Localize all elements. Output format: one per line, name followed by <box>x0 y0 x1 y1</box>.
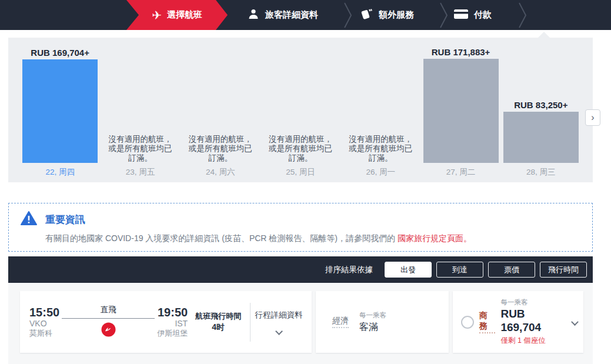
flight-results-list: 15:50 VKO 莫斯科 直飛 19:50 IST 伊斯坦堡 航班飛行時間 4… <box>8 283 593 364</box>
economy-fare-card: 經濟 每一乘客 客滿 <box>316 291 449 353</box>
tab-passenger-details[interactable]: 旅客詳細資料 <box>248 0 318 30</box>
tab-payment[interactable]: 付款 <box>454 0 492 30</box>
itinerary-details-label: 行程詳細資料 <box>255 310 303 320</box>
travel-regulations-link[interactable]: 國家旅行規定頁面 <box>398 233 463 243</box>
step-label: 選擇航班 <box>167 9 202 21</box>
price-day-column-selected[interactable]: RUB 169,704+ 22, 周四 <box>20 38 100 182</box>
per-passenger-label: 每一乘客 <box>359 311 386 320</box>
business-fare-card[interactable]: 商務 每一乘客 RUB 169,704 僅剩 1 個座位 <box>453 291 583 353</box>
tab-select-flight[interactable]: ✈ 選擇航班 <box>126 0 228 30</box>
duration-value: 4时 <box>188 322 249 333</box>
price-day-column[interactable]: RUB 83,250+ 28, 周三 <box>501 38 581 182</box>
no-flight-message: 沒有適用的航班， 或是所有航班均已 訂滿。 <box>108 135 172 163</box>
price-bar[interactable] <box>423 59 499 163</box>
credit-card-icon <box>454 9 468 21</box>
arrival-airport-code: IST <box>175 319 188 329</box>
price-bar-selected[interactable] <box>22 59 98 163</box>
duration-block: 航班飛行時間 4时 <box>188 311 249 333</box>
price-day-column[interactable]: 沒有適用的航班， 或是所有航班均已 訂滿。 25, 周日 <box>261 38 340 182</box>
no-flight-message: 沒有適用的航班， 或是所有航班均已 訂滿。 <box>269 135 332 163</box>
price-calendar-columns: RUB 169,704+ 22, 周四 沒有適用的航班， 或是所有航班均已 訂滿… <box>8 38 593 182</box>
duration-label: 航班飛行時間 <box>188 311 249 321</box>
departure-city: 莫斯科 <box>29 329 59 338</box>
departure-time: 15:50 <box>29 306 59 319</box>
sort-results-bar: 排序結果依據 出發 到達 票價 飛行時間 <box>8 256 593 283</box>
divider <box>250 303 251 342</box>
step-label: 付款 <box>474 9 492 21</box>
calendar-next-button[interactable]: › <box>585 109 600 126</box>
arrival-city: 伊斯坦堡 <box>157 329 188 338</box>
sort-by-arrival-button[interactable]: 到達 <box>436 262 483 278</box>
plane-icon: ✈ <box>152 9 162 21</box>
date-label: 24, 周六 <box>206 167 235 177</box>
sort-label: 排序結果依據 <box>325 265 373 275</box>
step-separator <box>343 2 353 31</box>
itinerary-details-toggle[interactable]: 行程詳細資料 <box>254 310 303 334</box>
price-day-column[interactable]: 沒有適用的航班， 或是所有航班均已 訂滿。 23, 周五 <box>100 38 180 182</box>
flight-info-card: 15:50 VKO 莫斯科 直飛 19:50 IST 伊斯坦堡 航班飛行時間 4… <box>20 291 312 353</box>
date-label: 27, 周二 <box>446 167 476 177</box>
date-label: 22, 周四 <box>45 167 75 177</box>
info-body: 有關目的地國家 COVID-19 入境要求的詳細資訊 (疫苗、PCR 檢測報告、… <box>45 233 580 244</box>
route-block: 直飛 <box>62 305 155 339</box>
per-passenger-label: 每一乘客 <box>500 298 567 307</box>
date-label: 28, 周三 <box>526 167 556 177</box>
important-info-box: 重要資訊 有關目的地國家 COVID-19 入境要求的詳細資訊 (疫苗、PCR … <box>8 203 593 252</box>
step-label: 旅客詳細資料 <box>265 9 318 21</box>
business-fare-radio[interactable] <box>461 316 474 329</box>
price-day-column[interactable]: 沒有適用的航班， 或是所有航班均已 訂滿。 26, 周一 <box>340 38 420 182</box>
date-label: 25, 周日 <box>286 167 315 177</box>
info-title: 重要資訊 <box>45 213 85 226</box>
economy-sold-out-status: 客滿 <box>359 321 386 333</box>
departure-block: 15:50 VKO 莫斯科 <box>29 306 59 338</box>
departure-airport-code: VKO <box>29 319 59 329</box>
route-line <box>62 318 155 319</box>
person-icon <box>248 8 259 22</box>
price-bar[interactable] <box>503 112 579 163</box>
price-label: RUB 171,883+ <box>432 47 490 57</box>
date-label: 23, 周五 <box>126 167 155 177</box>
business-fare-price: RUB 169,704 <box>500 307 567 334</box>
step-separator <box>439 2 449 31</box>
arrival-block: 19:50 IST 伊斯坦堡 <box>157 306 188 338</box>
price-calendar-panel: RUB 169,704+ 22, 周四 沒有適用的航班， 或是所有航班均已 訂滿… <box>8 38 593 182</box>
sort-by-departure-button[interactable]: 出發 <box>385 262 432 278</box>
services-card-icon <box>360 8 373 22</box>
chevron-down-icon <box>571 318 579 326</box>
no-flight-message: 沒有適用的航班， 或是所有航班均已 訂滿。 <box>189 135 252 163</box>
price-day-column[interactable]: RUB 171,883+ 27, 周二 <box>420 38 500 182</box>
stops-label: 直飛 <box>101 305 116 315</box>
no-flight-message: 沒有適用的航班， 或是所有航班均已 訂滿。 <box>349 135 412 163</box>
price-label: RUB 169,704+ <box>31 48 89 58</box>
arrival-time: 19:50 <box>158 306 188 319</box>
panel-notch <box>538 32 550 38</box>
date-label: 26, 周一 <box>366 167 396 177</box>
price-label: RUB 83,250+ <box>514 100 567 110</box>
tab-extra-services[interactable]: 額外服務 <box>360 0 414 30</box>
step-label: 額外服務 <box>379 9 414 21</box>
booking-steps-header: ✈ 選擇航班 旅客詳細資料 額外服務 付款 <box>0 0 611 30</box>
chevron-down-icon <box>275 328 283 335</box>
step-separator <box>518 2 527 31</box>
seats-left-warning: 僅剩 1 個座位 <box>500 336 567 346</box>
sort-by-price-button[interactable]: 票價 <box>488 262 535 278</box>
airline-logo <box>101 322 116 339</box>
business-class-label: 商務 <box>479 310 495 333</box>
price-day-column[interactable]: 沒有適用的航班， 或是所有航班均已 訂滿。 24, 周六 <box>181 38 261 182</box>
economy-class-label: 經濟 <box>332 316 349 328</box>
sort-by-duration-button[interactable]: 飛行時間 <box>540 262 587 278</box>
warning-icon <box>21 211 37 228</box>
